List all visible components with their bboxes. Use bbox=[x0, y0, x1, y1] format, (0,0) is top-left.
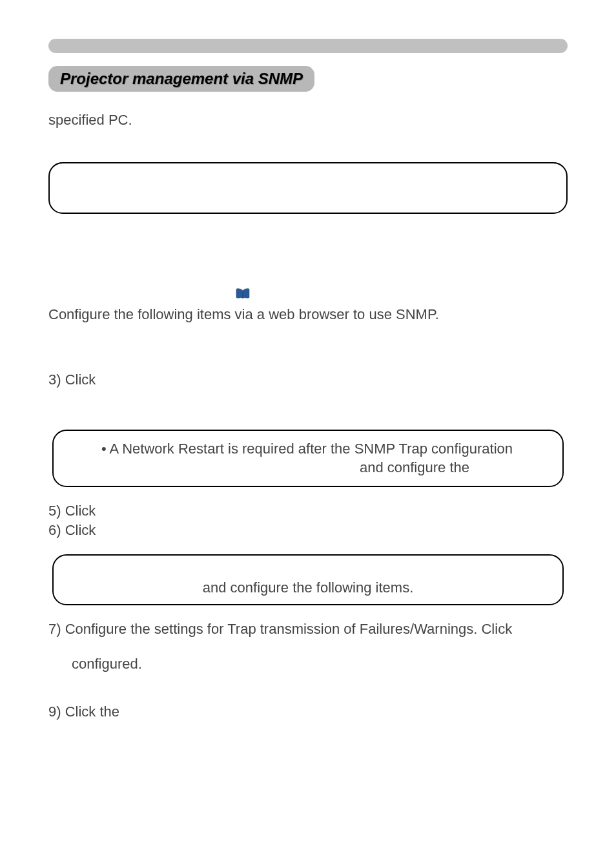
step-3: 3) Click bbox=[48, 371, 568, 388]
step-6: 6) Click bbox=[48, 522, 568, 539]
header-bar bbox=[48, 39, 568, 53]
step-7: 7) Configure the settings for Trap trans… bbox=[48, 621, 568, 638]
info-box-1 bbox=[48, 162, 568, 214]
note-configure-text: and configure the following items. bbox=[69, 579, 547, 598]
config-line bbox=[48, 285, 568, 302]
note-line-1: • A Network Restart is required after th… bbox=[69, 440, 547, 459]
step-9: 9) Click the bbox=[48, 703, 568, 720]
note-box-configure: and configure the following items. bbox=[52, 554, 564, 605]
step-7b: configured. bbox=[72, 656, 568, 672]
intro-text: specified PC. bbox=[48, 111, 568, 130]
step-5: 5) Click bbox=[48, 503, 568, 519]
section-title-text: Projector management via SNMP bbox=[60, 70, 303, 87]
note-line-2: and configure the bbox=[69, 459, 547, 477]
book-icon bbox=[236, 288, 250, 300]
config-text: Configure the following items via a web … bbox=[48, 306, 568, 324]
section-title-banner: Projector management via SNMP bbox=[48, 66, 314, 92]
note-box-restart: • A Network Restart is required after th… bbox=[52, 430, 564, 487]
